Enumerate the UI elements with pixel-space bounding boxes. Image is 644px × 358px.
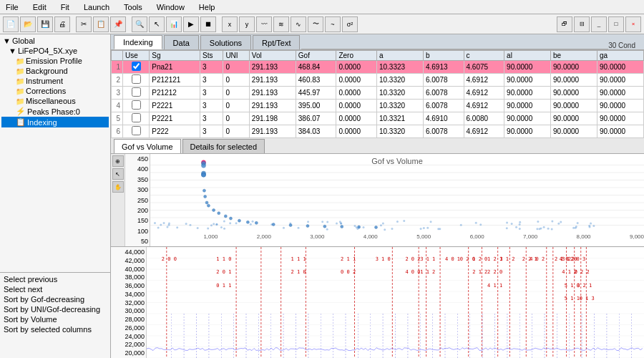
row-use[interactable] (123, 125, 150, 138)
copy-button[interactable]: 📋 (93, 16, 109, 32)
tree-root[interactable]: ▼ Global (1, 36, 109, 46)
cursor-button[interactable]: ↖ (149, 16, 165, 32)
col-be[interactable]: be (551, 51, 597, 61)
win-close[interactable]: × (625, 16, 641, 32)
save-button[interactable]: 💾 (37, 16, 53, 32)
col-zero[interactable]: Zero (336, 51, 377, 61)
col-sg[interactable]: Sg (150, 51, 200, 61)
col-vol[interactable]: Vol (249, 51, 296, 61)
print-button[interactable]: 🖨 (54, 16, 70, 32)
svg-point-31 (229, 217, 232, 220)
row-use[interactable] (123, 100, 150, 112)
svg-point-24 (203, 189, 205, 192)
tree-misc[interactable]: 📁 Miscellaneous (1, 96, 109, 106)
menu-window[interactable]: Window (154, 1, 187, 13)
open-button[interactable]: 📂 (20, 16, 36, 32)
tree-indexing[interactable]: 📋 Indexing (1, 117, 109, 127)
col-c[interactable]: c (464, 51, 504, 61)
list-select-prev[interactable]: Select previous (1, 274, 109, 284)
svg-point-107 (577, 222, 579, 224)
svg-point-54 (538, 228, 540, 230)
menu-fit[interactable]: Fit (58, 1, 72, 13)
gof-chart-body[interactable]: Gof vs Volume 1,0002,0003,0004,0005,0006… (150, 154, 644, 246)
menu-launch[interactable]: Launch (81, 1, 112, 13)
col-sts[interactable]: Sts (200, 51, 223, 61)
col-use[interactable]: Use (123, 51, 150, 61)
diff-chart-body[interactable]: 2 0 01 1 02 0 10 1 11 1 12 1 02 1 10 0 2… (147, 247, 644, 358)
row-use[interactable] (123, 112, 150, 125)
tree-file[interactable]: ▼ LiFePO4_5X.xye (1, 46, 109, 56)
svg-point-60 (213, 223, 215, 225)
win-restore[interactable]: 🗗 (557, 16, 572, 32)
list-select-next[interactable]: Select next (1, 284, 109, 294)
win-tile[interactable]: ⊟ (574, 16, 590, 32)
col-b[interactable]: b (423, 51, 464, 61)
row-use[interactable] (123, 87, 150, 100)
svg-point-94 (289, 222, 291, 224)
table-row[interactable]: 2 P212121 3 0 291.193 460.83 0.0000 10.3… (112, 74, 644, 87)
wave5-button[interactable]: ~ (325, 16, 341, 32)
svg-point-62 (519, 221, 521, 223)
table-row[interactable]: 6 P222 3 0 291.193 384.03 0.0000 10.3320… (112, 125, 644, 138)
zoom-button[interactable]: 🔍 (132, 16, 147, 32)
x-button[interactable]: x (222, 16, 238, 32)
menu-edit[interactable]: Edit (30, 1, 49, 13)
new-button[interactable]: 📄 (3, 16, 19, 32)
win-min[interactable]: _ (591, 16, 607, 32)
tree-emission[interactable]: 📁 Emission Profile (1, 56, 109, 66)
col-al[interactable]: al (504, 51, 551, 61)
wave4-button[interactable]: 〜 (308, 16, 323, 32)
svg-text:0 2 2: 0 2 2 (575, 269, 590, 275)
col-ga[interactable]: ga (597, 51, 643, 61)
chart-section: Gof vs Volume Details for selected ⊕ ↖ ✋… (111, 138, 644, 358)
chart-pan-btn[interactable]: ✋ (112, 181, 124, 193)
run-button[interactable]: ▶ (183, 16, 199, 32)
table-row[interactable]: 3 P21212 3 0 291.193 445.97 0.0000 10.33… (112, 87, 644, 100)
table-row[interactable]: 1 Pna21 3 0 291.193 468.84 0.0000 10.332… (112, 61, 644, 74)
wave3-button[interactable]: ∿ (291, 16, 306, 32)
stop-button[interactable]: ⏹ (200, 16, 216, 32)
tree-background[interactable]: 📁 Background (1, 66, 109, 76)
list-sort-vol[interactable]: Sort by Volume (1, 314, 109, 324)
list-sort-cols[interactable]: Sort by selected columns (1, 324, 109, 334)
tab-indexing[interactable]: Indexing (114, 35, 162, 49)
svg-text:2,000: 2,000 (257, 233, 272, 240)
y-button[interactable]: y (239, 16, 255, 32)
row-be: 90.0000 (551, 100, 597, 112)
row-use[interactable] (123, 61, 150, 74)
col-a[interactable]: a (376, 51, 423, 61)
chart-tab-gof[interactable]: Gof vs Volume (114, 139, 181, 153)
tree-peaks[interactable]: ⚡ Peaks Phase:0 (1, 106, 109, 117)
col-uni[interactable]: UNI (223, 51, 249, 61)
chart-tab-details[interactable]: Details for selected (182, 139, 265, 153)
wave2-button[interactable]: ≋ (273, 16, 289, 32)
tab-rpt[interactable]: Rpt/Text (253, 35, 300, 49)
tab-solutions[interactable]: Solutions (200, 35, 251, 49)
list-sort-gof[interactable]: Sort by Gof-decreasing (1, 294, 109, 304)
menu-file[interactable]: File (3, 1, 21, 13)
cut-button[interactable]: ✂ (76, 16, 92, 32)
row-vol: 291.193 (249, 61, 296, 74)
row-use[interactable] (123, 74, 150, 87)
svg-point-32 (238, 219, 240, 222)
chart-zoom-btn[interactable]: ⊕ (112, 155, 124, 167)
paste-button[interactable]: 📌 (110, 16, 126, 32)
table-row[interactable]: 5 P2221 3 0 291.198 386.07 0.0000 10.332… (112, 112, 644, 125)
sigma-button[interactable]: σ² (342, 16, 358, 32)
col-gof[interactable]: Gof (296, 51, 336, 61)
tree-instrument[interactable]: 📁 Instrument (1, 76, 109, 86)
list-sort-uni[interactable]: Sort by UNI/Gof-decreasing (1, 304, 109, 314)
table-row[interactable]: 4 P2221 3 0 291.193 395.00 0.0000 10.332… (112, 100, 644, 112)
wave-button[interactable]: 〰 (256, 16, 272, 32)
svg-point-116 (283, 227, 285, 229)
win-max[interactable]: □ (608, 16, 624, 32)
menu-help[interactable]: Help (196, 1, 218, 13)
graph-button[interactable]: 📊 (166, 16, 182, 32)
row-be: 90.0000 (551, 112, 597, 125)
tree-corrections[interactable]: 📁 Corrections (1, 86, 109, 96)
tab-data[interactable]: Data (164, 35, 199, 49)
svg-point-120 (336, 222, 338, 224)
chart-select-btn[interactable]: ↖ (112, 168, 124, 180)
menu-tools[interactable]: Tools (121, 1, 145, 13)
svg-text:1 1 2: 1 1 2 (420, 269, 435, 275)
